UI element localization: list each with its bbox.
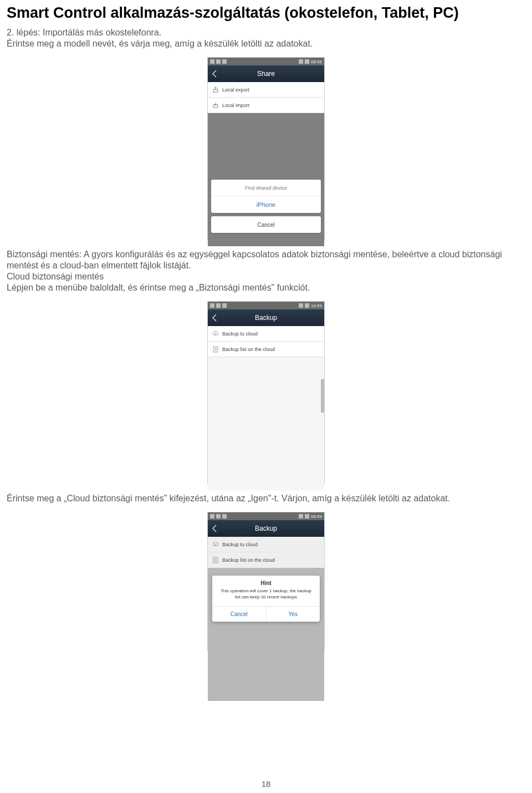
row-label: Backup to cloud: [222, 331, 258, 337]
clock: 08:58: [311, 59, 322, 64]
signal-icon: [299, 303, 303, 308]
phone-screenshot-backup-hint: 08:59 Backup Backup to cloud Backup list…: [207, 512, 325, 650]
status-icon: [222, 514, 227, 518]
row-backup-list[interactable]: Backup list on the cloud: [208, 552, 324, 568]
status-icon: [216, 303, 221, 308]
cancel-button[interactable]: Cancel: [211, 216, 321, 233]
status-left-icons: [210, 514, 227, 518]
action-sheet: Find shared device iPhone Cancel: [211, 180, 321, 236]
title-bar: Backup: [208, 309, 324, 326]
yes-button[interactable]: Yes: [267, 607, 320, 622]
status-icon: [222, 303, 227, 308]
screen-title: Backup: [208, 314, 324, 322]
phone-screenshot-backup: 16:59 Backup Backup to cloud Backup list…: [207, 301, 325, 484]
status-bar: 16:59: [208, 302, 324, 309]
status-right-icons: 08:58: [299, 59, 322, 64]
hint-message: This operation will cover 1 backup, the …: [212, 588, 320, 606]
screen-title: Share: [208, 70, 324, 78]
status-left-icons: [210, 303, 227, 308]
hint-dialog: Hint This operation will cover 1 backup,…: [212, 576, 320, 622]
battery-icon: [305, 59, 309, 64]
signal-icon: [299, 514, 303, 518]
hint-title: Hint: [212, 576, 320, 588]
clock: 16:59: [311, 303, 322, 308]
row-label: Local import: [222, 103, 249, 108]
cloud-up-icon: [212, 541, 219, 548]
status-right-icons: 08:59: [299, 514, 322, 519]
sheet-device-option[interactable]: iPhone: [211, 196, 321, 213]
page-number: 18: [0, 779, 532, 789]
paragraph-3: Érintse meg a „Cloud biztonsági mentés" …: [7, 493, 525, 504]
battery-icon: [305, 514, 309, 518]
battery-icon: [305, 303, 309, 308]
status-left-icons: [210, 59, 227, 64]
clock: 08:59: [311, 514, 322, 519]
list-icon: [212, 346, 219, 353]
row-label: Backup list on the cloud: [222, 557, 275, 563]
row-label: Backup to cloud: [222, 542, 258, 547]
phone-screenshot-share: 08:58 Share Local export Local import Fi…: [207, 57, 325, 240]
phone-body: [208, 357, 324, 490]
intro-paragraph: 2. lépés: Importálás más okostelefonra. …: [7, 27, 525, 49]
row-backup-to-cloud[interactable]: Backup to cloud: [208, 537, 324, 552]
status-icon: [222, 59, 227, 64]
signal-icon: [299, 59, 303, 64]
status-icon: [216, 59, 221, 64]
row-label: Backup list on the cloud: [222, 347, 275, 352]
status-icon: [216, 514, 221, 518]
screen-title: Backup: [208, 525, 324, 532]
phone-body-overlay: Hint This operation will cover 1 backup,…: [208, 568, 324, 701]
status-right-icons: 16:59: [299, 303, 322, 308]
status-icon: [210, 303, 214, 308]
title-bar: Share: [208, 65, 324, 82]
cloud-up-icon: [212, 331, 219, 337]
row-local-export[interactable]: Local export: [208, 82, 324, 98]
row-backup-list[interactable]: Backup list on the cloud: [208, 342, 324, 357]
page-title: Smart Control alkalmazás-szolgáltatás (o…: [7, 4, 525, 22]
cancel-button[interactable]: Cancel: [212, 607, 267, 622]
export-icon: [212, 87, 219, 93]
status-bar: 08:59: [208, 512, 324, 520]
paragraph-2: Biztonsági mentés: A gyors konfigurálás …: [7, 249, 525, 293]
list-icon: [212, 557, 219, 563]
scrollbar[interactable]: [321, 379, 324, 413]
row-backup-to-cloud[interactable]: Backup to cloud: [208, 326, 324, 342]
status-bar: 08:58: [208, 58, 324, 65]
status-icon: [210, 514, 214, 518]
status-icon: [210, 59, 214, 64]
title-bar: Backup: [208, 520, 324, 537]
row-label: Local export: [222, 87, 249, 93]
sheet-header: Find shared device: [211, 180, 321, 196]
import-icon: [212, 102, 219, 109]
row-local-import[interactable]: Local import: [208, 98, 324, 113]
